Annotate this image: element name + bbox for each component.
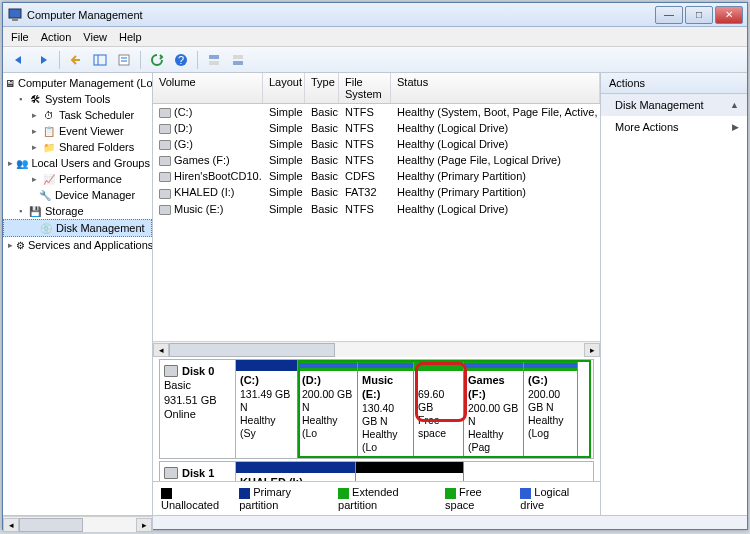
refresh-button[interactable] [147, 50, 167, 70]
partition[interactable]: (D:)200.00 GB NHealthy (Lo [298, 360, 358, 458]
table-row[interactable]: (C:)SimpleBasicNTFSHealthy (System, Boot… [153, 104, 600, 120]
partition[interactable]: Music (E:)130.40 GB NHealthy (Lo [358, 360, 414, 458]
tree-label: Disk Management [56, 222, 145, 234]
up-button[interactable] [66, 50, 86, 70]
actions-more[interactable]: More Actions▶ [601, 116, 747, 138]
actions-header: Actions [601, 73, 747, 94]
scroll-left-icon[interactable]: ◂ [3, 518, 19, 532]
menu-file[interactable]: File [11, 31, 29, 43]
partition[interactable]: 69.60 GBFree space [414, 360, 464, 458]
partition[interactable]: Games (F:)200.00 GB NHealthy (Pag [464, 360, 524, 458]
titlebar[interactable]: Computer Management — □ ✕ [3, 3, 747, 27]
collapse-icon[interactable]: ▪ [16, 206, 25, 216]
volume-grid[interactable]: Volume Layout Type File System Status (C… [153, 73, 600, 217]
col-layout[interactable]: Layout [263, 73, 305, 103]
actions-disk-mgmt[interactable]: Disk Management▲ [601, 94, 747, 116]
computer-icon: 🖥 [5, 76, 15, 90]
legend-swatch-primary [239, 488, 250, 499]
disk1-row[interactable]: Disk 1 Removable 7.21 GB Online KHALED (… [159, 461, 594, 481]
tree-shared-folders[interactable]: ▸📁Shared Folders [3, 139, 152, 155]
scroll-thumb[interactable] [169, 343, 335, 357]
table-row[interactable]: (D:)SimpleBasicNTFSHealthy (Logical Driv… [153, 120, 600, 136]
table-row[interactable]: (G:)SimpleBasicNTFSHealthy (Logical Driv… [153, 136, 600, 152]
partition[interactable]: (G:)200.00 GB NHealthy (Log [524, 360, 578, 458]
scroll-thumb[interactable] [19, 518, 83, 532]
scroll-right-icon[interactable]: ▸ [136, 518, 152, 532]
tree-performance[interactable]: ▸📈Performance [3, 171, 152, 187]
tree-root[interactable]: 🖥Computer Management (Local [3, 75, 152, 91]
expand-icon[interactable]: ▸ [30, 126, 39, 136]
col-filesystem[interactable]: File System [339, 73, 391, 103]
table-row[interactable]: Games (F:)SimpleBasicNTFSHealthy (Page F… [153, 152, 600, 168]
close-button[interactable]: ✕ [715, 6, 743, 24]
tree-disk-management[interactable]: 💿Disk Management [3, 219, 152, 237]
volume-icon [159, 156, 171, 166]
tree-label: Local Users and Groups [31, 157, 150, 169]
col-type[interactable]: Type [305, 73, 339, 103]
properties-button[interactable] [114, 50, 134, 70]
forward-button[interactable] [33, 50, 53, 70]
storage-icon: 💾 [28, 204, 42, 218]
disk-kind: Basic [164, 379, 191, 391]
grid-body: (C:)SimpleBasicNTFSHealthy (System, Boot… [153, 104, 600, 217]
view-bottom-button[interactable] [228, 50, 248, 70]
table-row[interactable]: KHALED (I:)SimpleBasicFAT32Healthy (Prim… [153, 184, 600, 200]
tree-local-users[interactable]: ▸👥Local Users and Groups [3, 155, 152, 171]
menu-action[interactable]: Action [41, 31, 72, 43]
tree-event-viewer[interactable]: ▸📋Event Viewer [3, 123, 152, 139]
expand-icon[interactable]: ▸ [8, 240, 13, 250]
grid-header: Volume Layout Type File System Status [153, 73, 600, 104]
grid-scrollbar[interactable]: ◂ ▸ [153, 341, 600, 357]
tree-label: Performance [59, 173, 122, 185]
app-icon [7, 7, 23, 23]
svg-text:?: ? [178, 54, 184, 66]
disk1-info: Disk 1 Removable 7.21 GB Online [160, 462, 236, 481]
menu-help[interactable]: Help [119, 31, 142, 43]
legend: Unallocated Primary partition Extended p… [153, 481, 600, 515]
show-hide-tree-button[interactable] [90, 50, 110, 70]
minimize-button[interactable]: — [655, 6, 683, 24]
tree-root-label: Computer Management (Local [18, 77, 153, 89]
maximize-button[interactable]: □ [685, 6, 713, 24]
partition-bar [298, 360, 357, 371]
help-button[interactable]: ? [171, 50, 191, 70]
volume-icon [159, 140, 171, 150]
partition-bar [356, 462, 463, 473]
event-icon: 📋 [42, 124, 56, 138]
tree-task-scheduler[interactable]: ▸⏱Task Scheduler [3, 107, 152, 123]
disk-name: Disk 1 [182, 466, 214, 480]
disk0-map: (C:)131.49 GB NHealthy (Sy(D:)200.00 GB … [236, 360, 593, 458]
disk-icon: 💿 [39, 221, 53, 235]
expand-icon[interactable]: ▸ [30, 110, 39, 120]
volume-icon [159, 124, 171, 134]
tree-system-tools[interactable]: ▪🛠System Tools [3, 91, 152, 107]
partition[interactable]: 2.54 GBUnallocated [356, 462, 464, 481]
partition-bar [358, 360, 413, 371]
collapse-icon[interactable]: ▪ [16, 94, 25, 104]
tree-services-apps[interactable]: ▸⚙Services and Applications [3, 237, 152, 253]
expand-icon[interactable]: ▸ [8, 158, 13, 168]
scroll-track[interactable] [19, 518, 136, 532]
nav-tree[interactable]: 🖥Computer Management (Local ▪🛠System Too… [3, 73, 153, 515]
scroll-right-icon[interactable]: ▸ [584, 343, 600, 357]
tree-scrollbar[interactable]: ◂ ▸ [3, 516, 153, 532]
partition[interactable]: (C:)131.49 GB NHealthy (Sy [236, 360, 298, 458]
menu-view[interactable]: View [83, 31, 107, 43]
svg-rect-11 [233, 55, 243, 59]
table-row[interactable]: Music (E:)SimpleBasicNTFSHealthy (Logica… [153, 201, 600, 217]
view-top-button[interactable] [204, 50, 224, 70]
tree-label: Device Manager [55, 189, 135, 201]
scroll-left-icon[interactable]: ◂ [153, 343, 169, 357]
table-row[interactable]: Hiren'sBootCD10. (H:)SimpleBasicCDFSHeal… [153, 168, 600, 184]
col-volume[interactable]: Volume [153, 73, 263, 103]
expand-icon[interactable]: ▸ [30, 174, 39, 184]
svg-rect-1 [12, 18, 18, 21]
back-button[interactable] [9, 50, 29, 70]
partition[interactable]: KHALED (I:)4.68 GB FAT32Healthy (Primary… [236, 462, 356, 481]
scroll-track[interactable] [169, 343, 584, 357]
tree-device-manager[interactable]: 🔧Device Manager [3, 187, 152, 203]
col-status[interactable]: Status [391, 73, 600, 103]
tree-storage[interactable]: ▪💾Storage [3, 203, 152, 219]
disk0-row[interactable]: Disk 0 Basic 931.51 GB Online (C:)131.49… [159, 359, 594, 459]
expand-icon[interactable]: ▸ [30, 142, 39, 152]
